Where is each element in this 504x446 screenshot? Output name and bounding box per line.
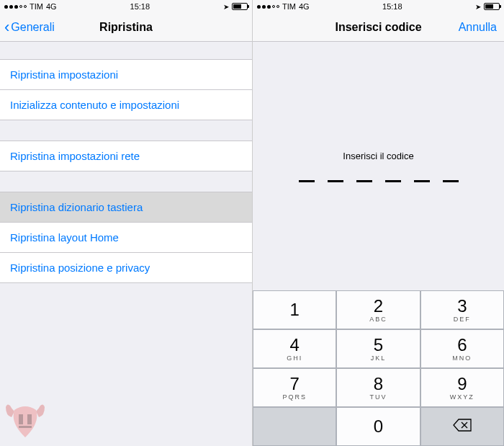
- battery-icon: [232, 3, 248, 10]
- svg-rect-1: [27, 414, 32, 424]
- network-label: 4G: [46, 2, 57, 11]
- network-label: 4G: [299, 2, 310, 11]
- svg-rect-2: [19, 426, 32, 428]
- settings-list: Ripristina impostazioni Inizializza cont…: [0, 42, 252, 446]
- settings-screen: TIM 4G 15:18 ➤ ‹ Generali Ripristina Rip…: [0, 0, 252, 446]
- cancel-button[interactable]: Annulla: [459, 21, 497, 34]
- page-title: Ripristina: [99, 21, 153, 34]
- carrier-label: TIM: [282, 2, 296, 11]
- key-3[interactable]: 3DEF: [420, 290, 504, 329]
- row-reset-home-layout[interactable]: Ripristina layout Home: [0, 222, 252, 252]
- carrier-label: TIM: [30, 2, 43, 11]
- back-label: Generali: [11, 21, 54, 34]
- page-title: Inserisci codice: [335, 21, 421, 34]
- clock: 15:18: [382, 2, 402, 11]
- passcode-screen: TIM 4G 15:18 ➤ Inserisci codice Annulla …: [252, 0, 504, 446]
- signal-dots-icon: [4, 5, 27, 9]
- row-erase-content[interactable]: Inizializza contenuto e impostazioni: [0, 89, 252, 120]
- signal-dots-icon: [257, 5, 279, 9]
- nav-bar: Inserisci codice Annulla: [253, 13, 504, 42]
- battery-icon: [484, 3, 500, 10]
- row-reset-keyboard-dict[interactable]: Ripristina dizionario tastiera: [0, 192, 252, 222]
- numeric-keypad: 1 2ABC 3DEF 4GHI 5JKL 6MNO 7PQRS 8TUV 9W…: [253, 290, 504, 446]
- passcode-prompt: Inserisci il codice: [343, 151, 413, 161]
- key-5[interactable]: 5JKL: [336, 329, 420, 368]
- backspace-icon: [453, 419, 472, 434]
- svg-rect-0: [19, 414, 23, 424]
- row-reset-network[interactable]: Ripristina impostazioni rete: [0, 141, 252, 171]
- passcode-area: Inserisci il codice: [253, 42, 504, 290]
- row-reset-settings[interactable]: Ripristina impostazioni: [0, 60, 252, 89]
- back-button[interactable]: ‹ Generali: [4, 19, 55, 35]
- status-bar: TIM 4G 15:18 ➤: [253, 0, 504, 13]
- row-reset-location-privacy[interactable]: Ripristina posizione e privacy: [0, 252, 252, 282]
- key-2[interactable]: 2ABC: [336, 290, 420, 329]
- key-blank: [253, 407, 336, 446]
- key-9[interactable]: 9WXYZ: [420, 368, 504, 407]
- key-0[interactable]: 0: [336, 407, 420, 446]
- key-4[interactable]: 4GHI: [253, 329, 336, 368]
- key-7[interactable]: 7PQRS: [253, 368, 336, 407]
- location-icon: ➤: [475, 3, 481, 11]
- chevron-left-icon: ‹: [4, 19, 9, 35]
- key-backspace[interactable]: [420, 407, 504, 446]
- key-6[interactable]: 6MNO: [420, 329, 504, 368]
- nav-bar: ‹ Generali Ripristina: [0, 13, 252, 42]
- location-icon: ➤: [223, 3, 229, 11]
- clock: 15:18: [130, 2, 150, 11]
- status-bar: TIM 4G 15:18 ➤: [0, 0, 252, 13]
- passcode-dashes: [299, 180, 459, 182]
- key-1[interactable]: 1: [253, 290, 336, 329]
- watermark-icon: [4, 401, 46, 442]
- key-8[interactable]: 8TUV: [336, 368, 420, 407]
